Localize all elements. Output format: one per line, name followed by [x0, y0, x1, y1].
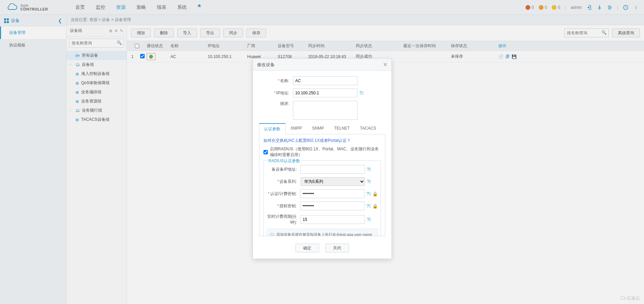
watermark: 亿速云: [619, 295, 640, 301]
help-icon[interactable]: ?⃝: [360, 90, 364, 96]
edit-device-dialog: 修改设备 ✕ 名称: IP地址: ?⃝ 描述: 认证参数 XMPP SNMP T…: [253, 58, 392, 259]
help-icon[interactable]: ?⃝: [367, 179, 371, 184]
backup-ip-label: 备设备IP地址:: [266, 167, 300, 172]
authzkey-label: 授权密钥:: [266, 203, 300, 209]
help-icon[interactable]: ?⃝: [367, 191, 371, 196]
desc-input[interactable]: [293, 101, 357, 120]
ip-label: IP地址:: [259, 90, 293, 96]
tab-telnet[interactable]: TELNET: [329, 123, 355, 134]
help-icon[interactable]: ?⃝: [367, 167, 371, 172]
desc-label: 描述:: [259, 101, 293, 107]
tab-tacacs[interactable]: TACACS: [355, 123, 381, 134]
note-text: 添加设备后请在被添加设备上执行命令test-aaa user-name user…: [276, 232, 375, 236]
cancel-button[interactable]: 关闭: [325, 244, 349, 252]
authkey-label: 认证/计费密钥:: [266, 191, 300, 197]
series-select[interactable]: 华为S系列: [300, 177, 365, 186]
lock-icon[interactable]: 🔒: [372, 191, 378, 196]
enable-radius-label: 启用RADIUS（使用802.1X、Portal、MAC、业务随行和业务编排时需…: [270, 146, 381, 158]
tab-auth[interactable]: 认证参数: [259, 123, 286, 134]
cloud-icon: [619, 296, 625, 301]
ok-button[interactable]: 确定: [295, 244, 319, 252]
config-help-link[interactable]: 如何在交换机/AC上配置802.1X或者Portal认证？: [263, 138, 351, 143]
authzkey-input[interactable]: [300, 202, 364, 210]
help-icon[interactable]: ?⃝: [367, 217, 371, 222]
lock-icon[interactable]: 🔒: [372, 204, 378, 209]
name-label: 名称:: [259, 78, 293, 84]
dialog-tabs: 认证参数 XMPP SNMP TELNET TACACS: [259, 123, 385, 134]
authkey-input[interactable]: [300, 189, 364, 198]
help-icon[interactable]: ?⃝: [367, 203, 371, 209]
ip-input[interactable]: [293, 89, 357, 97]
close-icon[interactable]: ✕: [383, 61, 387, 68]
enable-radius-checkbox[interactable]: [263, 150, 268, 154]
period-input[interactable]: [300, 215, 365, 224]
tab-snmp[interactable]: SNMP: [307, 123, 329, 134]
info-icon: ⓘ: [270, 232, 274, 236]
radius-note: ⓘ 添加设备后请在被添加设备上执行命令test-aaa user-name us…: [266, 229, 378, 236]
dialog-title: 修改设备: [257, 62, 275, 68]
tab-xmpp[interactable]: XMPP: [286, 123, 307, 134]
backup-ip-input[interactable]: [300, 165, 365, 174]
watermark-text: 亿速云: [627, 295, 640, 301]
radius-legend: RADIUS认证参数: [267, 158, 301, 164]
modal-mask: 修改设备 ✕ 名称: IP地址: ?⃝ 描述: 认证参数 XMPP SNMP T…: [0, 0, 644, 304]
period-label: 实时计费周期(分钟):: [266, 214, 300, 225]
radius-fieldset: RADIUS认证参数 备设备IP地址: ?⃝ 设备系列: 华为S系列 ?⃝ 认证…: [263, 160, 381, 236]
series-label: 设备系列:: [266, 179, 300, 185]
tab-body: 如何在交换机/AC上配置802.1X或者Portal认证？ 启用RADIUS（使…: [259, 134, 385, 236]
name-input[interactable]: [293, 76, 357, 85]
